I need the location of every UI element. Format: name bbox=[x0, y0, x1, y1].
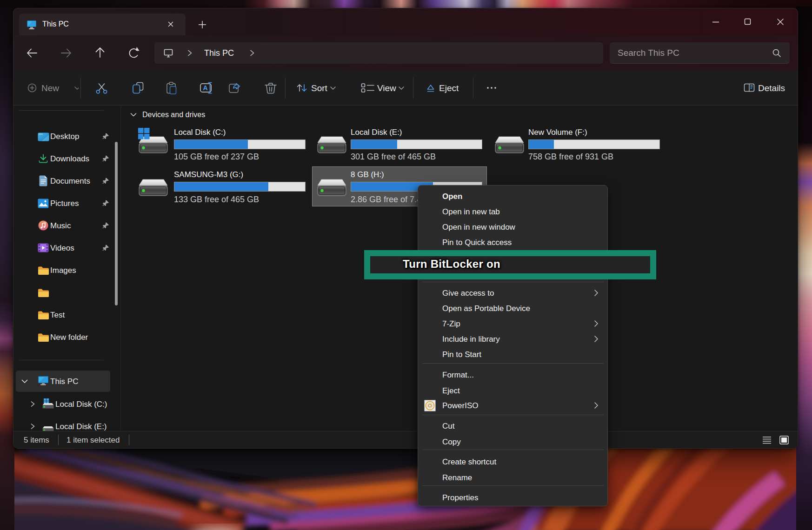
svg-text:Details: Details bbox=[758, 83, 785, 93]
svg-text:Sort: Sort bbox=[311, 83, 328, 93]
svg-text:New: New bbox=[41, 83, 59, 93]
svg-text:Eject: Eject bbox=[439, 83, 459, 93]
svg-text:A: A bbox=[203, 84, 208, 92]
svg-text:View: View bbox=[377, 83, 396, 93]
